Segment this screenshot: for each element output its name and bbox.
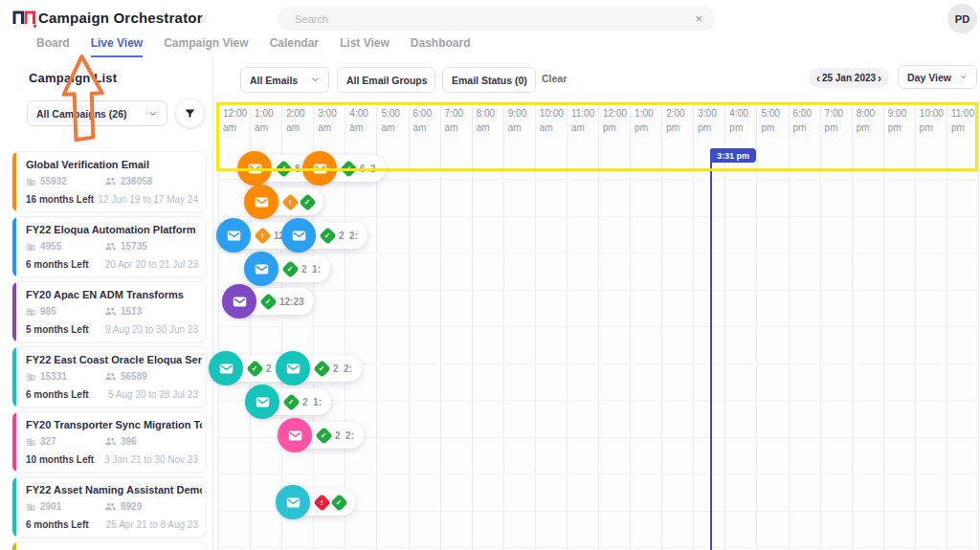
- contacts-icon: [104, 501, 117, 512]
- hour-label-4-00-pm: 4:00 pm: [729, 107, 760, 135]
- grid-row-line: [218, 547, 978, 548]
- grid-row-line: [218, 473, 978, 474]
- email-group-filter-value: All Email Groups: [346, 75, 428, 86]
- campaign-assets-count: 15331: [40, 371, 67, 382]
- current-date: 25 Jan 2023: [822, 73, 876, 83]
- tab-campaign-view[interactable]: Campaign View: [164, 36, 248, 57]
- status-success-icon: ✓: [281, 260, 299, 277]
- contacts-icon: [104, 306, 117, 317]
- tab-dashboard[interactable]: Dashboard: [411, 36, 471, 57]
- email-filter-select[interactable]: All Emails: [240, 67, 329, 93]
- hour-label-9-00-pm: 9:00 pm: [888, 107, 919, 135]
- campaign-card-fy20-transporter-sync-migratio[interactable]: FY20 Transporter Sync Migration Topics32…: [11, 411, 207, 473]
- assets-icon: [26, 436, 36, 447]
- campaign-color-bar: [12, 217, 16, 276]
- email-icon: [209, 351, 243, 385]
- campaign-card-fy22-eloqua-automation-platfor[interactable]: FY22 Eloqua Automation Platform495515735…: [11, 216, 207, 277]
- clear-filters-link[interactable]: Clear: [542, 73, 567, 84]
- assets-icon: [26, 371, 36, 382]
- hour-label-1-00-am: 1:00 am: [255, 107, 285, 135]
- campaign-assets-count: 4955: [40, 241, 61, 252]
- assets-icon: [26, 241, 36, 252]
- email-icon: [281, 218, 316, 253]
- campaign-filter-value: All Campaigns (26): [36, 108, 127, 120]
- campaign-color-bar: [12, 282, 16, 341]
- filter-button[interactable]: [176, 99, 204, 127]
- tab-list-view[interactable]: List View: [340, 36, 390, 57]
- campaign-card-fy22-asset-naming-assistant-de[interactable]: FY22 Asset Naming Assistant Demo Resp...…: [11, 476, 207, 538]
- tab-live-view[interactable]: Live View: [91, 36, 143, 57]
- campaign-time-left: 10 months Left: [26, 454, 94, 465]
- status-success-icon: ✓: [340, 160, 357, 177]
- assets-icon: [26, 501, 36, 512]
- hour-label-10-00-am: 10:00 am: [540, 107, 570, 135]
- event-label: 2 2:: [339, 231, 358, 241]
- hour-label-10-00-pm: 10:00 pm: [920, 107, 950, 135]
- current-time-badge: 3:31 pm: [710, 148, 756, 163]
- campaign-contacts-count: 8929: [121, 501, 142, 512]
- tab-board[interactable]: Board: [36, 36, 70, 57]
- sidebar-title: Campaign List: [29, 71, 117, 85]
- assets-icon: [26, 176, 36, 187]
- email-status-filter-value: Email Status (0): [452, 75, 527, 86]
- prev-day-button[interactable]: ‹: [816, 73, 820, 84]
- event-label: 2 1:: [302, 397, 322, 407]
- status-success-icon: ✓: [275, 160, 292, 177]
- campaign-card-partial[interactable]: [11, 541, 207, 550]
- campaign-assets-count: 2901: [40, 501, 61, 512]
- next-day-button[interactable]: ›: [878, 73, 881, 84]
- campaign-card-fy20-apac-en-adm-transforms[interactable]: FY20 Apac EN ADM Transforms98515135 mont…: [11, 281, 207, 342]
- campaign-date-range: 25 Apr 21 to 8 Aug 23: [106, 519, 198, 530]
- grid-column-line: [978, 103, 979, 550]
- campaign-color-bar: [12, 347, 16, 407]
- status-error-icon: !: [313, 494, 330, 511]
- campaign-time-left: 5 months Left: [26, 324, 89, 335]
- grid-row-line: [218, 253, 978, 253]
- status-success-icon: ✓: [246, 360, 263, 377]
- grid-row-line: [218, 326, 978, 327]
- campaign-name: FY20 Transporter Sync Migration Topics: [26, 419, 202, 430]
- campaign-name: FY20 Apac EN ADM Transforms: [26, 289, 202, 300]
- hour-label-6-00-pm: 6:00 pm: [793, 107, 824, 135]
- hour-label-4-00-am: 4:00 am: [349, 107, 380, 135]
- email-icon: [276, 485, 310, 519]
- hour-label-3-00-pm: 3:00 pm: [698, 107, 728, 135]
- campaign-contacts-count: 236058: [121, 176, 152, 187]
- campaign-color-bar: [12, 412, 16, 472]
- email-group-filter-select[interactable]: All Email Groups: [337, 67, 435, 93]
- campaign-time-left: 6 months Left: [26, 259, 89, 270]
- tab-calendar[interactable]: Calendar: [270, 36, 319, 57]
- campaign-date-range: 5 Aug 20 to 28 Jul 23: [108, 389, 198, 400]
- email-icon: [278, 418, 312, 452]
- campaign-assets-count: 985: [40, 306, 56, 317]
- campaign-assets-count: 55932: [40, 176, 67, 187]
- user-avatar[interactable]: PD: [947, 4, 977, 33]
- campaign-date-range: 9 Aug 20 to 30 Jun 23: [105, 324, 198, 335]
- search-clear-icon[interactable]: ×: [695, 12, 702, 25]
- status-success-icon: ✓: [259, 293, 277, 310]
- campaign-name: FY22 Asset Naming Assistant Demo Resp...: [26, 484, 202, 495]
- email-icon: [237, 151, 272, 186]
- hour-label-12-00-pm: 12:00 pm: [603, 107, 634, 135]
- nav-tabs: BoardLive ViewCampaign ViewCalendarList …: [36, 36, 470, 57]
- hour-label-11-00-pm: 11:00 pm: [951, 107, 980, 135]
- campaign-filter-select[interactable]: All Campaigns (26): [27, 100, 167, 126]
- email-status-filter-select[interactable]: Email Status (0): [442, 67, 536, 93]
- campaign-time-left: 6 months Left: [26, 389, 89, 400]
- campaign-name: Global Verification Email: [26, 159, 202, 170]
- view-mode-select[interactable]: Day View: [898, 65, 977, 89]
- campaign-name: FY22 East Coast Oracle Eloqua Server: [26, 354, 202, 365]
- app-title: Campaign Orchestrator: [38, 10, 203, 26]
- status-success-icon: ✓: [315, 427, 332, 444]
- search-input[interactable]: [295, 13, 695, 25]
- assets-icon: [26, 306, 36, 317]
- campaign-time-left: 16 months Left: [26, 194, 94, 205]
- hour-label-5-00-am: 5:00 am: [381, 107, 412, 135]
- chevron-down-icon: [311, 76, 320, 84]
- campaign-card-global-verification-email[interactable]: Global Verification Email5593223605816 m…: [11, 151, 207, 212]
- campaign-card-fy22-east-coast-oracle-eloqua-[interactable]: FY22 East Coast Oracle Eloqua Server1533…: [11, 346, 207, 407]
- search-bar[interactable]: ×: [278, 7, 716, 31]
- campaign-name: FY22 Eloqua Automation Platform: [26, 224, 202, 235]
- campaign-time-left: 6 months Left: [26, 519, 89, 530]
- hour-label-5-00-pm: 5:00 pm: [761, 107, 791, 135]
